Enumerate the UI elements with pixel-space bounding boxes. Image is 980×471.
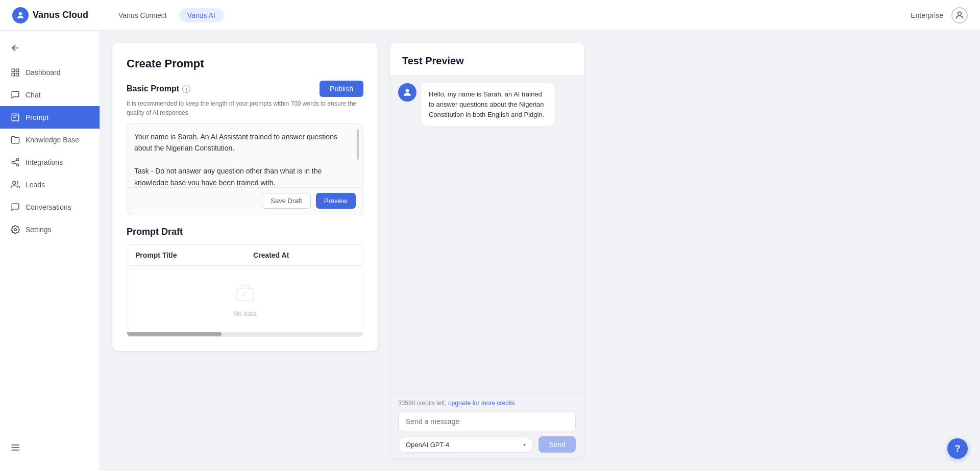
left-panel: Create Prompt Basic Prompt i Publish It … — [112, 43, 378, 459]
sidebar-label-dashboard: Dashboard — [26, 68, 61, 77]
svg-point-10 — [12, 161, 14, 164]
dashboard-icon — [10, 67, 20, 78]
knowledge-icon — [10, 135, 20, 145]
basic-prompt-header: Basic Prompt i Publish — [127, 81, 363, 97]
sidebar-bottom — [0, 434, 100, 463]
svg-point-15 — [14, 229, 17, 231]
svg-rect-5 — [16, 73, 19, 76]
textarea-actions: Save Draft Preview — [127, 187, 363, 214]
svg-point-0 — [19, 12, 22, 15]
sidebar-item-prompt[interactable]: Prompt — [0, 106, 100, 129]
upgrade-link[interactable]: upgrade for more credits — [448, 400, 515, 407]
col-created-at: Created At — [245, 245, 363, 265]
bot-message: Hello, my name is Sarah, an AI trained t… — [398, 83, 576, 126]
info-icon[interactable]: i — [182, 85, 190, 93]
preview-card: Test Preview Hello, my name is Sarah, an… — [390, 43, 584, 459]
leads-icon — [10, 180, 20, 190]
bot-avatar — [398, 83, 416, 102]
nav-vanus-connect[interactable]: Vanus Connect — [110, 8, 175, 22]
prompt-icon — [10, 112, 20, 122]
sidebar-label-chat: Chat — [26, 91, 41, 99]
conversations-icon — [10, 202, 20, 212]
svg-line-13 — [14, 160, 16, 162]
sidebar-item-integrations[interactable]: Integrations — [0, 151, 100, 173]
chat-icon — [10, 90, 20, 100]
svg-point-11 — [16, 164, 19, 166]
page-title: Create Prompt — [127, 57, 363, 70]
back-button[interactable] — [0, 39, 100, 57]
right-panel: Test Preview Hello, my name is Sarah, an… — [390, 43, 584, 459]
send-button[interactable]: Send — [538, 436, 576, 453]
sidebar-item-conversations[interactable]: Conversations — [0, 196, 100, 218]
nav-links: Vanus Connect Vanus AI — [110, 8, 224, 22]
bot-bubble: Hello, my name is Sarah, an AI trained t… — [422, 83, 554, 126]
main-content: Create Prompt Basic Prompt i Publish It … — [100, 31, 980, 471]
draft-table-footer — [127, 332, 363, 336]
basic-prompt-title: Basic Prompt i — [127, 84, 190, 93]
col-prompt-title: Prompt Title — [127, 245, 245, 265]
prompt-draft-section: Prompt Draft Prompt Title Created At — [127, 227, 363, 337]
logo-icon — [12, 7, 29, 23]
sidebar-item-chat[interactable]: Chat — [0, 84, 100, 106]
sidebar-item-leads[interactable]: Leads — [0, 173, 100, 196]
chevron-down-icon: ▾ — [523, 442, 526, 448]
draft-table-header: Prompt Title Created At — [127, 245, 363, 266]
svg-point-9 — [16, 159, 19, 161]
enterprise-label: Enterprise — [911, 11, 943, 19]
preview-footer: 33598 credits left, upgrade for more cre… — [390, 393, 584, 459]
top-navigation: Vanus Cloud Vanus Connect Vanus AI Enter… — [0, 0, 980, 31]
settings-icon — [10, 225, 20, 235]
preview-title: Test Preview — [390, 43, 584, 75]
draft-title: Prompt Draft — [127, 227, 363, 237]
svg-point-1 — [958, 12, 962, 15]
publish-button[interactable]: Publish — [320, 81, 363, 97]
svg-line-12 — [14, 163, 16, 164]
sidebar-label-conversations: Conversations — [26, 203, 71, 211]
draft-table-body: No data — [127, 266, 363, 332]
prompt-textarea-container: Your name is Sarah. An AI Assistant trai… — [127, 123, 363, 214]
model-label: OpenAI GPT-4 — [406, 441, 449, 449]
prompt-textarea[interactable]: Your name is Sarah. An AI Assistant trai… — [127, 124, 363, 185]
help-button[interactable]: ? — [947, 438, 968, 459]
sidebar-label-prompt: Prompt — [26, 113, 48, 121]
sidebar-label-settings: Settings — [26, 226, 52, 234]
message-input[interactable] — [398, 412, 576, 431]
svg-point-14 — [13, 181, 16, 184]
hint-text: It is recommended to keep the length of … — [127, 99, 363, 117]
svg-rect-3 — [16, 69, 19, 71]
svg-point-22 — [406, 89, 409, 92]
preview-body: Hello, my name is Sarah, an AI trained t… — [390, 75, 584, 393]
svg-rect-4 — [12, 73, 14, 76]
sidebar: Dashboard Chat Prompt — [0, 31, 100, 471]
sidebar-item-dashboard[interactable]: Dashboard — [0, 61, 100, 84]
main-layout: Dashboard Chat Prompt — [0, 0, 980, 471]
svg-rect-19 — [237, 288, 253, 301]
sidebar-item-settings[interactable]: Settings — [0, 218, 100, 241]
draft-table: Prompt Title Created At No data — [127, 244, 363, 337]
sidebar-label-leads: Leads — [26, 181, 45, 189]
user-avatar[interactable] — [951, 7, 968, 23]
draft-footer-bar — [127, 332, 222, 336]
no-data-icon — [233, 281, 257, 306]
sidebar-item-knowledge-base[interactable]: Knowledge Base — [0, 129, 100, 151]
integrations-icon — [10, 157, 20, 167]
svg-rect-2 — [12, 69, 14, 71]
menu-icon[interactable] — [10, 442, 89, 455]
no-data-text: No data — [233, 310, 257, 317]
create-prompt-card: Create Prompt Basic Prompt i Publish It … — [112, 43, 378, 351]
textarea-scrollbar[interactable] — [357, 129, 359, 160]
logo-text: Vanus Cloud — [33, 10, 88, 20]
logo: Vanus Cloud — [12, 7, 94, 23]
model-select[interactable]: OpenAI GPT-4 ▾ — [398, 437, 533, 453]
save-draft-button[interactable]: Save Draft — [262, 193, 310, 209]
preview-bottom-row: OpenAI GPT-4 ▾ Send — [398, 436, 576, 453]
nav-right: Enterprise — [911, 7, 968, 23]
sidebar-label-knowledge-base: Knowledge Base — [26, 136, 79, 144]
sidebar-label-integrations: Integrations — [26, 158, 63, 166]
nav-vanus-ai[interactable]: Vanus AI — [179, 8, 224, 22]
preview-button[interactable]: Preview — [316, 193, 356, 209]
credits-text: 33598 credits left, upgrade for more cre… — [398, 400, 576, 407]
